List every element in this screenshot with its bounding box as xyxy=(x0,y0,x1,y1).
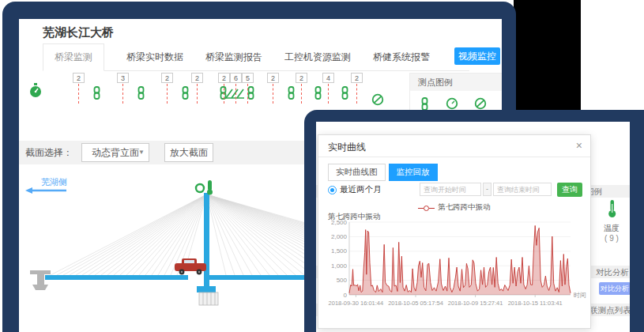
video-monitor-button[interactable]: 视频监控 xyxy=(454,47,500,65)
chain-sensor[interactable] xyxy=(180,86,190,103)
pylon-piles xyxy=(199,292,218,305)
svg-text:时间: 时间 xyxy=(574,292,586,299)
chain-sensor[interactable] xyxy=(136,86,146,103)
sensor-unit[interactable]: 2 xyxy=(218,73,230,104)
sensor-unit[interactable]: 2 xyxy=(296,73,307,104)
chain-link-icon xyxy=(180,86,190,100)
chain-sensor[interactable] xyxy=(340,86,350,103)
page-title: 芜湖长江大桥 xyxy=(43,25,114,40)
ban-sensor[interactable] xyxy=(371,93,384,109)
abutment-pier xyxy=(30,270,51,290)
sensor-count-badge: 6 xyxy=(230,73,242,83)
desktop-black-area xyxy=(514,0,581,117)
gauge-icon xyxy=(446,97,458,110)
sensor-unit[interactable]: 6 xyxy=(230,73,242,104)
sensor-dashed-line xyxy=(224,84,225,104)
direction-label: 芜湖侧 xyxy=(41,177,67,187)
enlarge-section-button[interactable]: 放大截面 xyxy=(164,143,213,162)
tab-ipc-resource-monitor[interactable]: 工控机资源监测 xyxy=(284,44,351,70)
sensor-unit[interactable]: 2 xyxy=(267,73,279,104)
sensor-dashed-line xyxy=(122,84,124,104)
svg-text:2,000: 2,000 xyxy=(331,233,348,240)
svg-text:1,500: 1,500 xyxy=(331,247,348,255)
bg-thermometer-block[interactable]: 温度 ( 9 ) xyxy=(594,199,629,243)
svg-text:2018-10-15 11:03:41: 2018-10-15 11:03:41 xyxy=(508,300,563,307)
sensor-count-badge: 2 xyxy=(351,73,363,83)
radio-last-two-months[interactable] xyxy=(328,186,337,194)
dialog-header: 实时曲线 × xyxy=(318,135,590,157)
end-time-input[interactable] xyxy=(493,183,552,196)
deck-joint-gap xyxy=(188,275,204,280)
close-icon[interactable]: × xyxy=(576,139,582,152)
ban-icon xyxy=(474,97,487,110)
svg-text:2018-10-05 05:17:54: 2018-10-05 05:17:54 xyxy=(388,300,443,307)
sensor-unit[interactable]: 2 xyxy=(351,73,363,104)
realtime-curve-dialog: 实时曲线 × 实时曲线图 监控回放 最近两个月 - 查询 第七跨跨中振动 第七跨… xyxy=(318,134,591,329)
compare-analysis-button[interactable]: 对比分析 xyxy=(599,282,630,295)
main-tabbar: 桥梁监测 桥梁实时数据 桥梁监测报告 工控机资源监测 桥健系统报警 xyxy=(43,46,469,71)
sensor-dashed-line xyxy=(273,84,274,104)
sensor-count-badge: 2 xyxy=(73,73,85,83)
start-time-input[interactable] xyxy=(420,183,481,196)
date-range-separator: - xyxy=(483,183,491,196)
legend-panel-title: 测点图例 xyxy=(410,74,502,91)
sensor-count-badge: 2 xyxy=(161,73,173,83)
sensor-count-badge: 2 xyxy=(218,73,230,83)
pylon-footing-cap xyxy=(197,286,216,292)
svg-text:2,500: 2,500 xyxy=(331,219,348,226)
sensor-unit[interactable]: 5 xyxy=(242,73,254,104)
filter-row: 最近两个月 - 查询 xyxy=(318,183,590,198)
sensor-count-badge: 3 xyxy=(117,73,129,83)
chain-link-icon xyxy=(136,86,146,100)
dialog-tabs: 实时曲线图 监控回放 xyxy=(328,164,438,181)
query-button[interactable]: 查询 xyxy=(557,183,582,197)
sensor-dashed-line xyxy=(301,84,303,104)
chain-sensor[interactable] xyxy=(92,86,102,103)
svg-text:0: 0 xyxy=(344,292,348,299)
pylon-top-sensors xyxy=(196,180,213,195)
svg-text:500: 500 xyxy=(337,277,348,284)
sensor-dashed-line xyxy=(167,84,168,104)
sensor-count-badge: 4 xyxy=(322,73,334,83)
svg-text:2018-10-09 15:27:41: 2018-10-09 15:27:41 xyxy=(448,300,503,307)
tab-bridge-realtime-data[interactable]: 桥梁实时数据 xyxy=(126,44,183,70)
bridge-pylon xyxy=(204,193,209,286)
sensor-dashed-line xyxy=(356,84,358,104)
chevron-down-icon: ▼ xyxy=(138,144,145,161)
sensor-dashed-line xyxy=(78,84,80,104)
sensor-unit[interactable]: 2 xyxy=(73,73,85,104)
radio-label: 最近两个月 xyxy=(340,184,382,195)
tab-monitor-playback[interactable]: 监控回放 xyxy=(389,164,438,181)
thermometer-label: 温度 xyxy=(594,223,629,234)
direction-indicator: 芜湖侧 xyxy=(25,177,67,194)
sensor-dashed-line xyxy=(247,84,249,104)
modal-window-content: 测点图例 温度 ( 9 ) 对比分析 对比分析 联测点列表 实时曲线 × 实时曲 xyxy=(316,122,630,332)
sensor-unit[interactable]: 3 xyxy=(117,73,129,104)
sensor-dashed-line xyxy=(197,84,198,104)
section-select-dropdown[interactable]: 动态背立面 ▼ xyxy=(81,143,149,162)
chain-link-icon xyxy=(340,86,350,100)
gauge-icon xyxy=(196,184,204,192)
sensor-count-badge: 2 xyxy=(296,73,307,83)
svg-text:1,000: 1,000 xyxy=(331,262,348,270)
tab-bridge-health-alarm[interactable]: 桥健系统报警 xyxy=(373,44,430,70)
arrow-left-icon xyxy=(25,187,32,194)
section-select-value: 动态背立面 xyxy=(92,147,139,158)
svg-text:2018-09-30 16:01:44: 2018-09-30 16:01:44 xyxy=(329,300,384,307)
ban-icon xyxy=(371,93,384,106)
gauge-icon xyxy=(28,82,43,99)
vibration-chart: 05001,0001,5002,0002,5002018-09-30 16:01… xyxy=(321,219,589,317)
chain-link-icon xyxy=(92,86,102,100)
sensor-unit[interactable]: 2 xyxy=(191,73,203,104)
sensor-dashed-line xyxy=(328,84,330,104)
sensor-count-badge: 2 xyxy=(191,73,203,83)
gauge-sensor[interactable] xyxy=(28,82,43,102)
tab-bridge-monitoring[interactable]: 桥梁监测 xyxy=(43,43,104,71)
sensor-unit[interactable]: 4 xyxy=(322,73,334,104)
sensor-count-badge: 2 xyxy=(267,73,279,83)
sensor-unit[interactable]: 2 xyxy=(161,73,173,104)
tab-bridge-monitor-report[interactable]: 桥梁监测报告 xyxy=(205,44,262,70)
tab-realtime-curve-chart[interactable]: 实时曲线图 xyxy=(328,164,386,181)
car xyxy=(175,258,206,274)
thermometer-icon xyxy=(208,180,212,191)
